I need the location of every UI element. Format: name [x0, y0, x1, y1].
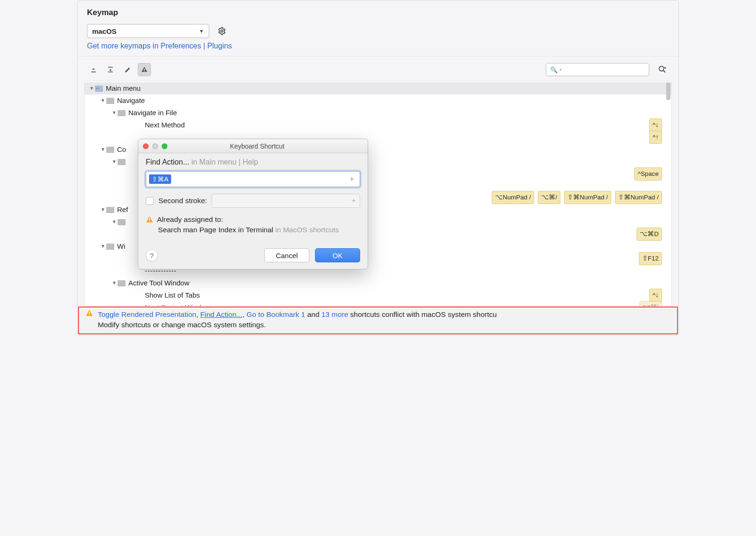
svg-rect-6 — [149, 218, 150, 221]
conflict-banner: Toggle Rendered Presentation, Find Actio… — [78, 307, 678, 334]
tree-label: Co — [117, 143, 126, 156]
page-title: Keymap — [78, 6, 678, 24]
more-keymaps-link[interactable]: Get more keymaps in Preferences | Plugin… — [78, 42, 241, 56]
tree-label: Main menu — [106, 82, 141, 95]
preferences-window: Keymap macOS ▼ Get more keymaps in Prefe… — [77, 0, 679, 335]
first-stroke-value: ⇧⌘A — [149, 174, 171, 184]
action-breadcrumb: Find Action... in Main menu | Help — [146, 158, 360, 166]
keyboard-shortcut-dialog: Keyboard Shortcut Find Action... in Main… — [138, 139, 368, 269]
svg-rect-7 — [149, 221, 150, 222]
tree-label: Navigate — [117, 95, 145, 107]
chevron-down-icon: ▼ — [111, 277, 118, 289]
svg-rect-1 — [144, 69, 145, 71]
shortcut-badge: ^Space — [634, 167, 662, 181]
chevron-down-icon: ▼ — [111, 216, 118, 228]
show-conflicts-button[interactable] — [138, 63, 151, 76]
folder-icon — [106, 244, 114, 250]
tree-row-show-list-of-tabs[interactable]: Show List of Tabs^↓ — [85, 289, 671, 301]
shortcut-badge: ⌥⌘` — [639, 301, 662, 307]
keymap-selector-row: macOS ▼ — [78, 24, 678, 42]
folder-icon — [118, 110, 126, 116]
tree-row-next-project-window[interactable]: Next Project Window⌥⌘` — [85, 301, 671, 307]
keymap-select[interactable]: macOS ▼ — [87, 24, 209, 38]
tree-label: Active Tool Window — [128, 277, 189, 289]
second-stroke-label: Second stroke: — [158, 197, 207, 205]
shortcut-badge: ^↑ — [649, 131, 662, 144]
ok-button[interactable]: OK — [315, 248, 360, 262]
folder-icon — [106, 147, 114, 153]
chevron-down-icon: ▾ — [559, 68, 561, 72]
plus-icon: + — [348, 197, 360, 205]
chevron-down-icon: ▼ — [100, 204, 106, 216]
svg-rect-5 — [89, 315, 90, 315]
banner-link-find-action[interactable]: Find Action... — [200, 310, 243, 318]
keymap-toolbar: 🔍 ▾ — [78, 60, 678, 79]
shortcut-badge: ⌥⌘D — [637, 228, 662, 241]
folder-icon — [118, 159, 126, 165]
search-input[interactable]: 🔍 ▾ — [546, 63, 649, 76]
plus-icon[interactable]: + — [346, 175, 358, 183]
warning-icon — [146, 216, 153, 223]
edit-icon[interactable] — [121, 63, 134, 76]
tree-row-next-method[interactable]: Next Method^↓ — [85, 119, 671, 131]
folder-icon — [106, 98, 114, 104]
shortcut-badge: ⇧F12 — [639, 252, 662, 265]
chevron-down-icon: ▼ — [111, 156, 118, 168]
keymap-select-value: macOS — [92, 27, 117, 35]
folder-icon — [95, 86, 103, 92]
banner-link-more[interactable]: 13 more — [322, 310, 348, 318]
tree-label: Ref — [117, 204, 128, 216]
shortcut-badge: ^↓ — [649, 289, 662, 302]
folder-icon — [106, 207, 114, 213]
expand-all-button[interactable] — [87, 63, 100, 76]
search-icon: 🔍 — [550, 66, 558, 73]
second-stroke-checkbox[interactable] — [146, 197, 154, 205]
folder-icon — [118, 219, 126, 225]
dialog-titlebar[interactable]: Keyboard Shortcut — [138, 139, 368, 153]
svg-point-0 — [221, 30, 223, 32]
collapse-all-button[interactable] — [104, 63, 117, 76]
shortcut-badge: ⌥⌘/ — [538, 191, 560, 204]
banner-link[interactable]: Go to Bookmark 1 — [246, 310, 305, 318]
help-button[interactable]: ? — [146, 249, 158, 261]
tree-label: Next Method — [145, 119, 185, 131]
tree-label: Next Project Window — [145, 301, 210, 307]
chevron-down-icon: ▼ — [88, 82, 95, 95]
svg-rect-2 — [144, 71, 145, 72]
chevron-down-icon: ▼ — [100, 143, 106, 156]
shortcut-badge: ⌥NumPad / — [492, 191, 534, 204]
tree-label: Wi — [117, 240, 126, 252]
banner-link[interactable]: Toggle Rendered Presentation — [98, 310, 196, 318]
already-assigned-block: Already assigned to: Search man Page Ind… — [146, 215, 360, 234]
chevron-down-icon: ▼ — [111, 107, 118, 119]
svg-rect-4 — [89, 312, 90, 314]
search-field[interactable] — [564, 65, 648, 74]
chevron-down-icon: ▼ — [100, 95, 106, 107]
banner-text: Toggle Rendered Presentation, Find Actio… — [98, 309, 497, 331]
shortcut-badge: ⇧⌘NumPad / — [615, 191, 662, 204]
tree-row-main-menu[interactable]: ▼Main menu — [85, 82, 671, 95]
cancel-button[interactable]: Cancel — [264, 248, 309, 262]
shortcut-badge: ^↓ — [649, 118, 662, 132]
dialog-title: Keyboard Shortcut — [151, 142, 363, 150]
chevron-down-icon: ▼ — [199, 28, 204, 34]
close-icon[interactable] — [143, 143, 149, 149]
svg-point-3 — [659, 66, 664, 71]
warning-icon — [86, 309, 94, 317]
tree-label: Navigate in File — [128, 107, 177, 119]
tree-label: Show List of Tabs — [145, 289, 200, 301]
gear-icon[interactable] — [217, 26, 227, 36]
find-shortcut-button[interactable] — [656, 63, 669, 76]
divider — [78, 56, 678, 56]
banner-line2: Modify shortcuts or change macOS system … — [98, 321, 266, 329]
folder-icon — [118, 280, 126, 286]
tree-row-navigate[interactable]: ▼Navigate — [85, 95, 671, 107]
tree-row-active-tool-window[interactable]: ▼Active Tool Window — [85, 277, 671, 289]
scrollbar[interactable] — [666, 82, 670, 100]
second-stroke-input: + — [212, 194, 360, 208]
first-stroke-input[interactable]: ⇧⌘A + — [146, 171, 360, 187]
chevron-down-icon: ▼ — [100, 240, 106, 252]
tree-row-navigate-in-file[interactable]: ▼Navigate in File — [85, 107, 671, 119]
shortcut-badge: ⇧⌘NumPad / — [564, 191, 611, 204]
